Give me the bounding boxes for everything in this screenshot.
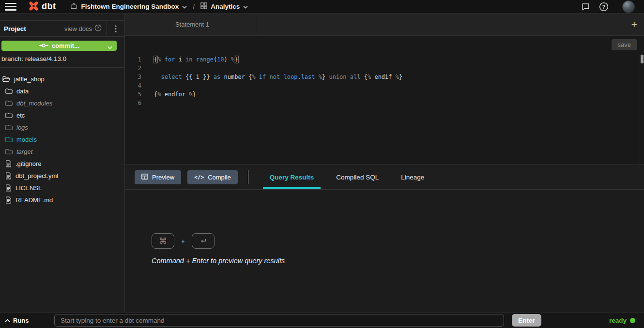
chat-icon[interactable] — [581, 2, 590, 11]
view-docs-link[interactable]: view docs ? — [64, 24, 107, 33]
code-line: {% for i in range(10) %} — [154, 55, 402, 64]
tree-item-dbt-project-yml[interactable]: dbt_project.yml — [0, 170, 124, 182]
tree-item-readme-md[interactable]: README.md — [0, 194, 124, 206]
tree-item-dbt-modules[interactable]: dbt_modules — [0, 97, 124, 109]
sidebar: Project view docs ? — [0, 14, 125, 312]
view-docs-label: view docs — [64, 25, 92, 32]
tree-item-label: data — [16, 88, 29, 95]
git-commit-icon — [39, 42, 48, 49]
status-label: ready — [609, 317, 627, 324]
line-number: 1 — [125, 55, 141, 64]
status-indicator: ready — [609, 317, 635, 324]
help-icon[interactable]: ? — [599, 2, 609, 12]
tree-item-models[interactable]: models — [0, 134, 124, 146]
tab-compiled-sql[interactable]: Compiled SQL — [328, 165, 386, 189]
kebab-menu-icon[interactable] — [107, 21, 124, 36]
main-area: Statement 1 + save 123456 {% for i in ra… — [125, 14, 644, 312]
folder-icon — [5, 136, 13, 143]
code-lines: {% for i in range(10) %} select {{ i }} … — [154, 55, 402, 107]
folder-icon — [5, 100, 13, 106]
file-icon — [5, 172, 12, 179]
dbt-logo-text: dbt — [42, 1, 56, 12]
tree-item-label: jaffle_shop — [14, 75, 45, 83]
tree-item-etc[interactable]: etc — [0, 109, 124, 121]
hamburger-menu-icon[interactable] — [5, 3, 16, 11]
project-switcher[interactable]: Analytics — [200, 2, 248, 11]
code-line — [154, 64, 402, 73]
tab-statement-1[interactable]: Statement 1 — [125, 14, 260, 35]
code-line — [154, 99, 402, 107]
tree-item-label: models — [16, 136, 37, 143]
chevron-down-icon — [182, 3, 187, 10]
line-number: 6 — [125, 99, 141, 107]
account-switcher[interactable]: Fishtown Engineering Sandbox — [70, 2, 187, 11]
tab-label: Statement 1 — [175, 21, 209, 28]
folder-open-icon — [2, 76, 10, 82]
grid-icon — [200, 2, 207, 11]
enter-button[interactable]: Enter — [512, 314, 541, 327]
folder-icon — [5, 124, 13, 131]
chevron-down-icon — [243, 3, 248, 10]
commit-button[interactable]: commit... — [1, 41, 117, 51]
command-key-icon: ⌘ — [152, 233, 174, 249]
tab-query-results[interactable]: Query Results — [262, 165, 322, 189]
tree-item-label: README.md — [15, 196, 53, 204]
line-numbers: 123456 — [125, 55, 141, 107]
sidebar-header: Project view docs ? — [0, 20, 124, 37]
svg-text:?: ? — [602, 4, 605, 9]
tree-item-logs[interactable]: logs — [0, 121, 124, 134]
branch-label: branch: release/4.13.0 — [0, 51, 124, 68]
new-tab-button[interactable]: + — [631, 19, 637, 30]
tree-item-label: dbt_modules — [16, 100, 52, 107]
save-button[interactable]: save — [612, 39, 637, 50]
file-icon — [5, 196, 12, 204]
results-pane: ⌘ + Command + Enter to preview query res… — [125, 190, 644, 312]
tree-item--gitignore[interactable]: .gitignore — [0, 158, 124, 170]
preview-button[interactable]: Preview — [135, 170, 181, 184]
help-circle-icon: ? — [94, 24, 102, 33]
tree-item-target[interactable]: target — [0, 146, 124, 158]
code-brackets-icon: </> — [194, 174, 204, 180]
runs-label: Runs — [13, 317, 29, 324]
file-tree: jaffle_shopdatadbt_modulesetclogsmodelst… — [0, 68, 124, 206]
tree-item-label: LICENSE — [15, 184, 43, 192]
tree-item-license[interactable]: LICENSE — [0, 182, 124, 194]
editor-toolbar: save — [125, 36, 644, 53]
sidebar-title: Project — [0, 25, 26, 32]
editor-scrollbar[interactable] — [640, 54, 644, 164]
code-line: select {{ i }} as number {% if not loop.… — [154, 73, 402, 81]
dbt-logo[interactable]: dbt — [28, 0, 56, 13]
tree-item-data[interactable]: data — [0, 85, 124, 97]
enter-key-icon — [192, 233, 215, 249]
tab-lineage[interactable]: Lineage — [393, 165, 432, 189]
file-icon — [5, 184, 12, 192]
preview-hint-text: Command + Enter to preview query results — [152, 257, 644, 265]
commit-button-label: commit... — [52, 42, 79, 49]
scrollbar-thumb[interactable] — [641, 55, 644, 63]
breadcrumb-separator: / — [193, 3, 195, 11]
avatar[interactable] — [622, 0, 635, 13]
tree-item-label: .gitignore — [15, 160, 41, 167]
tree-item-label: dbt_project.yml — [15, 172, 58, 179]
compile-button[interactable]: </> Compile — [187, 170, 238, 184]
chevron-up-icon — [5, 317, 10, 324]
file-icon — [5, 160, 12, 167]
folder-icon — [5, 149, 13, 155]
runs-toggle[interactable]: Runs — [5, 317, 54, 324]
dbt-command-input[interactable] — [54, 314, 504, 327]
bottom-bar: Runs Enter ready — [0, 312, 644, 328]
tree-item-label: target — [16, 148, 32, 155]
svg-text:?: ? — [97, 26, 99, 30]
line-number: 5 — [125, 90, 141, 99]
table-icon — [141, 173, 148, 181]
top-bar: dbt Fishtown Engineering Sandbox / Analy… — [0, 0, 644, 14]
preview-button-label: Preview — [152, 174, 174, 181]
tree-item-jaffle-shop[interactable]: jaffle_shop — [0, 73, 124, 85]
line-number: 2 — [125, 64, 141, 73]
account-name: Fishtown Engineering Sandbox — [81, 3, 179, 10]
code-line — [154, 81, 402, 90]
toolbar-divider — [248, 170, 248, 184]
tree-item-label: logs — [16, 124, 28, 131]
code-editor[interactable]: save 123456 {% for i in range(10) %} sel… — [125, 36, 644, 164]
line-number: 4 — [125, 81, 141, 90]
